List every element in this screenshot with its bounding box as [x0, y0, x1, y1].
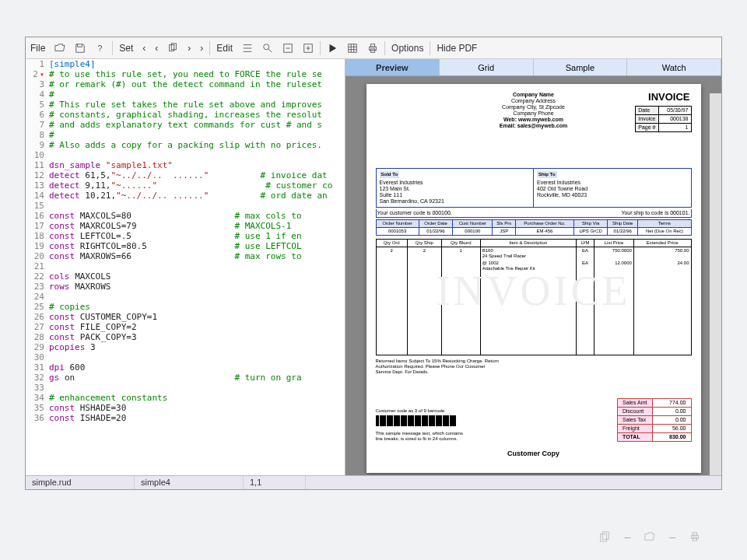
copy-outline-icon: [599, 531, 610, 542]
line-items-table: Qty OrdQty ShipQty BkordItem & Descripti…: [376, 239, 692, 355]
totals-table: Sales Amt774.00Discount0.00Sales Tax0.00…: [617, 398, 692, 442]
svg-rect-13: [693, 533, 696, 536]
save-icon[interactable]: [70, 37, 90, 58]
set-menu[interactable]: Set: [114, 37, 138, 58]
meta-table: Date05/30/97Invoice000138Page #1: [635, 106, 691, 132]
barcode-label: Customer code as 3 of 9 barcode: [376, 408, 469, 414]
app-window: File ? Set ‹ ‹ › › Edit Options Hide PDF…: [25, 37, 722, 490]
options-menu[interactable]: Options: [387, 37, 428, 58]
tab-preview[interactable]: Preview: [345, 59, 440, 75]
svg-rect-11: [603, 532, 609, 540]
svg-point-3: [264, 44, 269, 49]
status-position: 1,1: [244, 476, 306, 489]
main-toolbar: File ? Set ‹ ‹ › › Edit Options Hide PDF: [26, 37, 721, 59]
status-file: simple.rud: [26, 476, 135, 489]
preview-pane: PreviewGridSampleWatch Company Name Comp…: [345, 59, 721, 475]
svg-text:?: ?: [98, 43, 103, 52]
search-icon[interactable]: [258, 37, 278, 58]
run-icon[interactable]: [322, 37, 342, 58]
prev-icon[interactable]: ‹: [150, 37, 163, 58]
first-icon[interactable]: ‹: [138, 37, 150, 58]
folder-outline-icon: [644, 531, 655, 542]
svg-rect-8: [370, 44, 374, 47]
grid-icon[interactable]: [342, 37, 363, 58]
tab-grid[interactable]: Grid: [440, 59, 534, 75]
company-block: Company Name Company Address Company Cit…: [500, 92, 567, 129]
address-row: Sold To Everest Industries123 Main St.Su…: [376, 168, 692, 208]
svg-rect-6: [349, 44, 357, 52]
status-bar: simple.rud simple4 1,1: [26, 475, 721, 489]
collapse-icon[interactable]: [278, 37, 298, 58]
print-outline-icon: [689, 531, 700, 542]
sold-to-label: Sold To: [380, 171, 400, 178]
preview-scrollbar[interactable]: [710, 93, 721, 475]
main-split: 12▾3456789101112131415161718192021222324…: [26, 59, 721, 475]
preview-viewport[interactable]: Company Name Company Address Company Cit…: [345, 76, 721, 475]
hide-pdf-button[interactable]: Hide PDF: [432, 37, 482, 58]
return-note: Returned Items Subject To 15% Restocking…: [376, 359, 500, 375]
copy-label: Customer Copy: [366, 450, 701, 457]
next-icon[interactable]: ›: [183, 37, 195, 58]
copy-icon[interactable]: [163, 37, 183, 58]
print-icon[interactable]: [363, 37, 383, 58]
ghost-icon-row: – –: [599, 530, 700, 543]
tab-watch[interactable]: Watch: [627, 59, 721, 75]
code-row: Your customer code is 000100.Your ship t…: [376, 209, 692, 218]
last-icon[interactable]: ›: [195, 37, 208, 58]
editor-pane: 12▾3456789101112131415161718192021222324…: [26, 59, 345, 475]
sample-note: This sample message text, which contains…: [376, 431, 469, 442]
file-menu[interactable]: File: [26, 37, 50, 58]
barcode: [376, 415, 469, 426]
open-icon[interactable]: [50, 37, 70, 58]
list-icon[interactable]: [237, 37, 258, 58]
expand-icon[interactable]: [298, 37, 318, 58]
edit-menu[interactable]: Edit: [212, 37, 237, 58]
status-section: simple4: [135, 476, 244, 489]
order-header-table: Order NumberOrder DateCust NumberSls Prs…: [376, 219, 692, 236]
tab-sample[interactable]: Sample: [534, 59, 628, 75]
help-icon[interactable]: ?: [90, 37, 110, 58]
invoice-title: INVOICE: [648, 92, 689, 103]
pdf-page: Company Name Company Address Company Cit…: [366, 84, 701, 473]
preview-tabs: PreviewGridSampleWatch: [345, 59, 721, 76]
code-editor[interactable]: 12▾3456789101112131415161718192021222324…: [26, 59, 345, 475]
svg-rect-10: [601, 534, 607, 542]
ship-to-label: Ship To: [537, 171, 557, 178]
